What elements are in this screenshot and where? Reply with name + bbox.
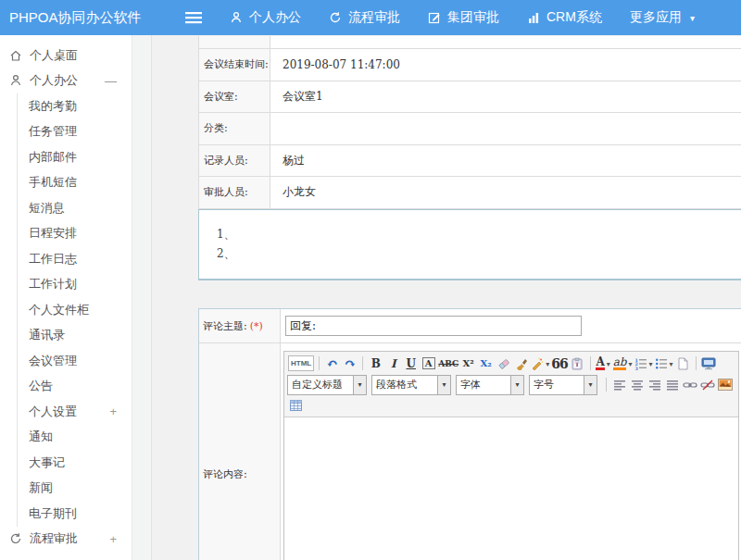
sidebar-item-workflow-approval[interactable]: 流程审批 + bbox=[0, 527, 132, 553]
sidebar-item-schedule[interactable]: 日程安排 bbox=[18, 221, 132, 247]
sidebar-item-work-plan[interactable]: 工作计划 bbox=[18, 272, 132, 298]
bar-chart-icon bbox=[527, 11, 540, 24]
italic-button[interactable]: I bbox=[385, 355, 401, 372]
align-justify-icon bbox=[666, 379, 679, 392]
quick-format-button[interactable]: ▾ bbox=[531, 355, 549, 372]
sidebar-item-notice[interactable]: 通知 bbox=[18, 425, 132, 451]
strikethrough-button[interactable]: ABC bbox=[438, 355, 458, 372]
sidebar-item-work-log[interactable]: 工作日志 bbox=[18, 246, 132, 272]
underline-button[interactable]: U bbox=[403, 355, 419, 372]
image-add-icon bbox=[735, 379, 736, 391]
notes-line: 2、 bbox=[217, 244, 741, 264]
insert-image-button[interactable] bbox=[717, 376, 733, 393]
caret-down-icon: ▾ bbox=[607, 359, 610, 368]
caret-down-icon: ▾ bbox=[690, 13, 695, 23]
expand-icon[interactable]: + bbox=[109, 533, 117, 545]
remove-link-button[interactable] bbox=[699, 376, 715, 393]
sidebar-scrollbar[interactable] bbox=[132, 35, 152, 560]
sidebar-item-major-events[interactable]: 大事记 bbox=[18, 450, 132, 476]
menu-toggle-button[interactable] bbox=[185, 10, 204, 25]
sidebar: 个人桌面 个人办公 — 我的考勤 任务管理 内部邮件 手机短信 短消息 日程安排… bbox=[0, 35, 132, 560]
history-icon bbox=[329, 11, 342, 24]
align-right-button[interactable] bbox=[647, 376, 662, 393]
sidebar-item-label: 个人办公 bbox=[30, 72, 78, 89]
nav-label: 流程审批 bbox=[348, 9, 400, 26]
align-center-button[interactable] bbox=[629, 376, 645, 393]
sidebar-item-announcement[interactable]: 公告 bbox=[18, 374, 132, 400]
insert-table-button[interactable] bbox=[288, 397, 304, 415]
meeting-notes-box: 1、 2、 bbox=[198, 209, 741, 280]
sidebar-item-e-journal[interactable]: 电子期刊 bbox=[18, 501, 132, 527]
required-mark: (*) bbox=[250, 320, 263, 332]
bold-button[interactable]: B bbox=[368, 355, 383, 372]
comment-subject-label: 评论主题: bbox=[203, 319, 247, 333]
editor-content-area[interactable] bbox=[284, 417, 738, 560]
screen-icon bbox=[701, 357, 716, 370]
sidebar-item-news[interactable]: 新闻 bbox=[18, 476, 132, 502]
collapse-icon[interactable]: — bbox=[105, 75, 117, 87]
caret-down-icon: ▾ bbox=[437, 376, 450, 394]
undo-icon[interactable]: ↶ bbox=[324, 355, 340, 372]
editor-toolbar: HTML ↶ ↷ B I U A ABC X² bbox=[284, 352, 738, 417]
sidebar-item-internal-mail[interactable]: 内部邮件 bbox=[18, 144, 132, 170]
source-code-button[interactable]: HTML bbox=[288, 355, 314, 371]
sidebar-item-personal-office[interactable]: 个人办公 — bbox=[0, 68, 132, 94]
image-icon bbox=[718, 379, 733, 391]
row-value: 2019-08-07 11:47:00 bbox=[270, 49, 741, 81]
ordered-list-icon: 123 bbox=[634, 357, 647, 370]
font-size-select[interactable]: 字号▾ bbox=[529, 375, 597, 395]
comment-subject-input[interactable] bbox=[285, 316, 582, 336]
align-justify-button[interactable] bbox=[664, 376, 680, 393]
superscript-button[interactable]: X² bbox=[460, 355, 476, 372]
sidebar-item-personal-desktop[interactable]: 个人桌面 bbox=[0, 43, 132, 68]
nav-label: 集团审批 bbox=[447, 9, 499, 26]
subscript-button[interactable]: X₂ bbox=[478, 355, 494, 372]
nav-workflow-approval[interactable]: 流程审批 bbox=[329, 9, 400, 26]
table-icon bbox=[289, 399, 303, 412]
nav-label: 更多应用 bbox=[630, 9, 682, 26]
nav-more-apps[interactable]: 更多应用 ▾ bbox=[630, 9, 695, 26]
nav-personal-office[interactable]: 个人办公 bbox=[230, 9, 301, 26]
table-row-meeting-room: 会议室: 会议室1 bbox=[199, 81, 741, 114]
magic-pen-icon bbox=[531, 357, 544, 370]
comment-subject-row: 评论主题: (*) bbox=[199, 309, 741, 343]
paragraph-format-select[interactable]: 段落格式▾ bbox=[371, 375, 451, 395]
font-border-button[interactable]: A bbox=[421, 355, 436, 372]
highlight-color-button[interactable]: ab▾ bbox=[613, 355, 633, 372]
unordered-list-button[interactable]: ▾ bbox=[655, 355, 673, 372]
sidebar-item-personal-settings[interactable]: 个人设置+ bbox=[18, 399, 132, 425]
fullscreen-button[interactable] bbox=[701, 355, 717, 372]
redo-icon[interactable]: ↷ bbox=[342, 355, 358, 372]
font-color-button[interactable]: A▾ bbox=[596, 355, 611, 372]
heading-select[interactable]: 自定义标题▾ bbox=[287, 375, 367, 395]
insert-link-button[interactable] bbox=[682, 376, 697, 393]
sidebar-item-meeting-management[interactable]: 会议管理 bbox=[18, 348, 132, 374]
history-icon bbox=[8, 532, 22, 546]
sidebar-item-my-attendance[interactable]: 我的考勤 bbox=[18, 93, 132, 119]
paste-as-text-button[interactable]: T bbox=[570, 355, 585, 372]
app-title: PHPOA协同办公软件 bbox=[0, 9, 174, 27]
sidebar-item-contacts[interactable]: 通讯录 bbox=[18, 323, 132, 349]
svg-text:3: 3 bbox=[634, 365, 638, 369]
nav-group-approval[interactable]: 集团审批 bbox=[428, 9, 499, 26]
caret-down-icon: ▾ bbox=[670, 359, 673, 368]
remove-format-button[interactable] bbox=[496, 355, 511, 372]
expand-icon[interactable]: + bbox=[109, 405, 117, 417]
sidebar-item-label: 个人桌面 bbox=[30, 47, 78, 64]
sidebar-item-short-message[interactable]: 短消息 bbox=[18, 195, 132, 221]
font-family-select[interactable]: 字体▾ bbox=[456, 375, 524, 395]
blockquote-button[interactable]: 66 bbox=[551, 355, 567, 372]
table-row-category: 分类: bbox=[199, 113, 741, 145]
sidebar-item-mobile-sms[interactable]: 手机短信 bbox=[18, 170, 132, 196]
home-icon bbox=[8, 48, 22, 62]
align-left-button[interactable] bbox=[611, 376, 627, 393]
upload-image-button[interactable] bbox=[735, 376, 735, 393]
sidebar-item-personal-file-cabinet[interactable]: 个人文件柜 bbox=[18, 297, 132, 323]
ordered-list-button[interactable]: 123▾ bbox=[634, 355, 653, 372]
sidebar-item-task-management[interactable]: 任务管理 bbox=[18, 119, 132, 145]
format-painter-button[interactable] bbox=[513, 355, 529, 372]
nav-crm-system[interactable]: CRM系统 bbox=[527, 9, 602, 26]
row-label: 会议室: bbox=[199, 81, 270, 113]
caret-down-icon: ▾ bbox=[649, 359, 653, 368]
new-page-button[interactable] bbox=[675, 355, 691, 372]
